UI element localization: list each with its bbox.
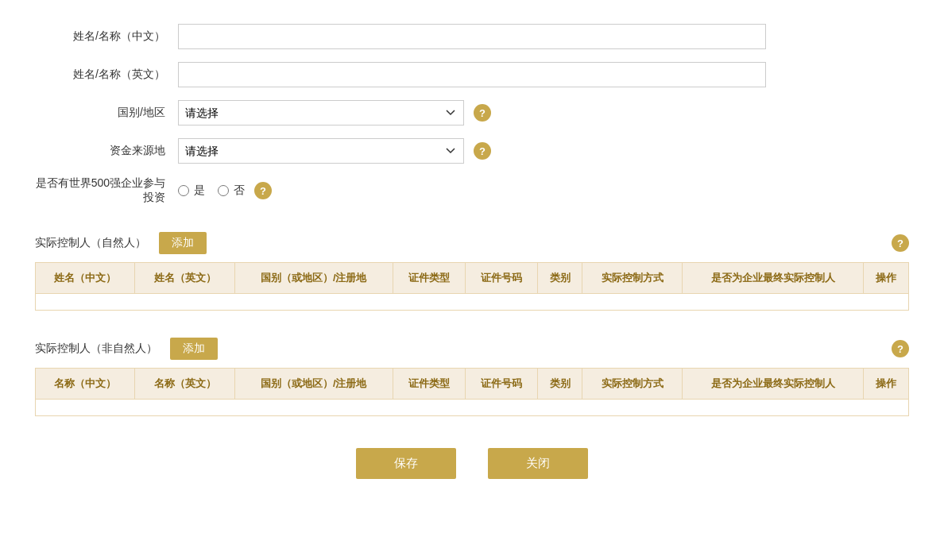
fortune500-no-option[interactable]: 否 xyxy=(218,183,245,198)
natural-controller-section: 实际控制人（自然人） 添加 ? 姓名（中文） 姓名（英文） 国别（或地区）/注册… xyxy=(35,224,909,311)
non-natural-col-operation: 操作 xyxy=(864,369,909,400)
country-label: 国别/地区 xyxy=(35,106,178,120)
fortune500-yes-label: 是 xyxy=(194,183,205,198)
natural-col-country: 国别（或地区）/注册地 xyxy=(234,263,393,294)
non-natural-controller-table: 名称（中文） 名称（英文） 国别（或地区）/注册地 证件类型 证件号码 类别 实… xyxy=(35,368,909,416)
country-row: 国别/地区 请选择 ? xyxy=(35,100,909,126)
natural-controller-empty-cell xyxy=(36,294,909,311)
natural-controller-help-icon[interactable]: ? xyxy=(892,234,909,252)
fortune500-yes-radio[interactable] xyxy=(178,185,189,196)
fortune500-no-radio[interactable] xyxy=(218,185,229,196)
fortune500-radio-group: 是 否 xyxy=(178,183,245,198)
save-button[interactable]: 保存 xyxy=(356,448,456,479)
non-natural-col-category: 类别 xyxy=(537,369,582,400)
name-cn-label: 姓名/名称（中文） xyxy=(35,29,178,44)
non-natural-controller-header: 实际控制人（非自然人） 添加 xyxy=(35,330,218,368)
name-cn-row: 姓名/名称（中文） xyxy=(35,24,909,49)
fund-source-select[interactable]: 请选择 xyxy=(178,138,464,164)
fortune500-no-label: 否 xyxy=(234,183,245,198)
main-container: 姓名/名称（中文） 姓名/名称（英文） 国别/地区 请选择 ? 资金来源地 请选… xyxy=(35,24,909,503)
form-section: 姓名/名称（中文） 姓名/名称（英文） 国别/地区 请选择 ? 资金来源地 请选… xyxy=(35,24,909,205)
country-help-icon[interactable]: ? xyxy=(474,104,491,122)
natural-col-cert-type: 证件类型 xyxy=(393,263,465,294)
natural-controller-table: 姓名（中文） 姓名（英文） 国别（或地区）/注册地 证件类型 证件号码 类别 实… xyxy=(35,262,909,311)
non-natural-controller-empty-cell xyxy=(36,400,909,416)
non-natural-controller-header-row: 实际控制人（非自然人） 添加 ? xyxy=(35,330,909,368)
non-natural-col-name-cn: 名称（中文） xyxy=(36,369,135,400)
natural-col-name-cn: 姓名（中文） xyxy=(36,263,135,294)
non-natural-controller-add-button[interactable]: 添加 xyxy=(170,338,218,360)
non-natural-col-name-en: 名称（英文） xyxy=(135,369,234,400)
button-bar: 保存 关闭 xyxy=(35,448,909,503)
natural-controller-header: 实际控制人（自然人） 添加 xyxy=(35,224,207,262)
non-natural-col-cert-no: 证件号码 xyxy=(465,369,537,400)
non-natural-col-country: 国别（或地区）/注册地 xyxy=(234,369,393,400)
country-select[interactable]: 请选择 xyxy=(178,100,464,126)
natural-controller-empty-row xyxy=(36,294,909,311)
natural-col-cert-no: 证件号码 xyxy=(465,263,537,294)
fund-source-label: 资金来源地 xyxy=(35,144,178,158)
fund-source-row: 资金来源地 请选择 ? xyxy=(35,138,909,164)
non-natural-col-control-method: 实际控制方式 xyxy=(582,369,682,400)
natural-controller-table-header-row: 姓名（中文） 姓名（英文） 国别（或地区）/注册地 证件类型 证件号码 类别 实… xyxy=(36,263,909,294)
non-natural-col-final-controller: 是否为企业最终实际控制人 xyxy=(682,369,863,400)
non-natural-controller-table-header-row: 名称（中文） 名称（英文） 国别（或地区）/注册地 证件类型 证件号码 类别 实… xyxy=(36,369,909,400)
name-en-label: 姓名/名称（英文） xyxy=(35,68,178,82)
non-natural-controller-section: 实际控制人（非自然人） 添加 ? 名称（中文） 名称（英文） 国别（或地区）/注… xyxy=(35,330,909,416)
natural-col-final-controller: 是否为企业最终实际控制人 xyxy=(682,263,863,294)
natural-col-category: 类别 xyxy=(537,263,582,294)
natural-controller-title: 实际控制人（自然人） xyxy=(35,236,146,250)
non-natural-col-cert-type: 证件类型 xyxy=(393,369,465,400)
natural-controller-header-row: 实际控制人（自然人） 添加 ? xyxy=(35,224,909,262)
name-en-input[interactable] xyxy=(178,62,766,87)
name-en-row: 姓名/名称（英文） xyxy=(35,62,909,87)
fortune500-yes-option[interactable]: 是 xyxy=(178,183,205,198)
non-natural-controller-empty-row xyxy=(36,400,909,416)
natural-col-operation: 操作 xyxy=(864,263,909,294)
non-natural-controller-help-icon[interactable]: ? xyxy=(892,340,909,357)
fund-source-help-icon[interactable]: ? xyxy=(474,142,491,160)
natural-controller-add-button[interactable]: 添加 xyxy=(159,232,207,254)
close-button[interactable]: 关闭 xyxy=(488,448,588,479)
fortune500-help-icon[interactable]: ? xyxy=(254,182,272,199)
non-natural-controller-title: 实际控制人（非自然人） xyxy=(35,342,157,356)
fortune500-label: 是否有世界500强企业参与投资 xyxy=(35,176,178,205)
natural-col-control-method: 实际控制方式 xyxy=(582,263,682,294)
name-cn-input[interactable] xyxy=(178,24,766,49)
natural-col-name-en: 姓名（英文） xyxy=(135,263,234,294)
fortune500-row: 是否有世界500强企业参与投资 是 否 ? xyxy=(35,176,909,205)
